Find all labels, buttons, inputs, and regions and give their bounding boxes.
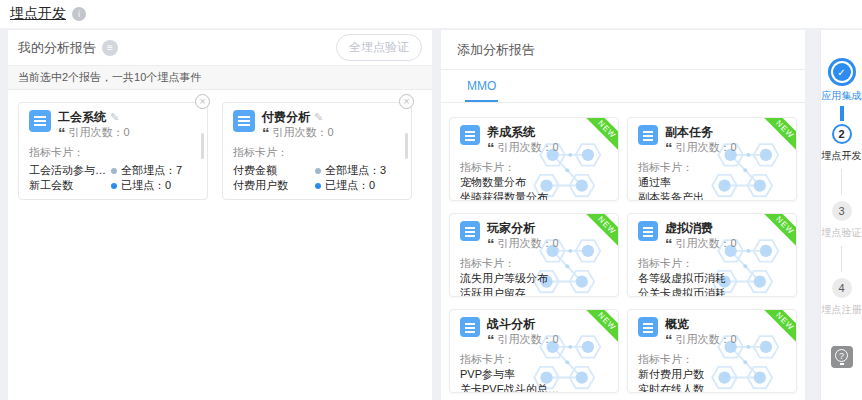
metric-name: 各等级虚拟币消耗: [638, 271, 786, 286]
metric-name: 宠物数量分布: [460, 175, 608, 190]
metric-cards-label: 指标卡片：: [638, 352, 786, 367]
reports-badge-icon: ≡: [102, 40, 118, 56]
step-connector: [841, 169, 842, 195]
total-points: 全部埋点：3: [325, 163, 386, 178]
metric-name: 新工会数: [29, 178, 111, 193]
metric-name: 付费金额: [233, 163, 315, 178]
page-title: 埋点开发: [10, 5, 66, 23]
check-icon: ✓: [837, 67, 845, 78]
ref-count: 引用次数：0: [498, 236, 559, 251]
card-scrollbar[interactable]: [201, 133, 204, 159]
metric-name: 流失用户等级分布: [460, 271, 608, 286]
done-points: 已埋点：0: [121, 178, 171, 193]
done-points: 已埋点：0: [325, 178, 375, 193]
quote-icon: “: [58, 128, 66, 138]
selected-report-card[interactable]: × 付费分析 ✎ “ 引用次数：0 指标卡片： 付费金额: [222, 102, 412, 200]
report-title: 副本任务: [665, 125, 713, 139]
ref-count: 引用次数：0: [676, 140, 737, 155]
library-report-card[interactable]: NEW 玩家分析 “引用次数：0: [449, 213, 619, 297]
my-reports-header: 我的分析报告 ≡ 全埋点验证: [8, 30, 432, 66]
metric-cards-label: 指标卡片：: [460, 352, 608, 367]
quote-icon: “: [665, 239, 673, 249]
metric-name: PVP参与率: [460, 367, 608, 382]
report-title: 付费分析: [262, 110, 310, 124]
report-doc-icon: [638, 317, 658, 337]
report-doc-icon: [460, 317, 480, 337]
edit-icon[interactable]: ✎: [314, 111, 323, 124]
card-head: 工会系统 ✎ “ 引用次数：0: [29, 110, 197, 140]
metric-name: 付费用户数: [233, 178, 315, 193]
metric-name: 活跃用户留存: [460, 286, 608, 297]
ref-count: 引用次数：0: [69, 125, 130, 140]
quote-icon: “: [487, 335, 495, 345]
top-bar: 埋点开发 i: [0, 0, 862, 28]
library-report-card[interactable]: NEW 虚拟消费 “引用次数：0: [627, 213, 797, 297]
metric-name: 关卡PVE战斗的总…: [460, 382, 608, 393]
report-doc-icon: [460, 125, 480, 145]
report-doc-icon: [638, 221, 658, 241]
total-points: 全部埋点：7: [121, 163, 182, 178]
ref-count: 引用次数：0: [273, 125, 334, 140]
selected-report-card[interactable]: × 工会系统 ✎ “ 引用次数：0 指标卡片： 工会活动参与次数: [18, 102, 208, 200]
library-report-card[interactable]: NEW 战斗分析 “引用次数：0: [449, 309, 619, 393]
step-4-point-registration[interactable]: 4: [832, 278, 852, 298]
metric-cards-label: 指标卡片：: [638, 160, 786, 175]
report-title: 玩家分析: [487, 221, 535, 235]
step-2-point-development[interactable]: 2: [832, 124, 852, 144]
help-bulb-icon: ?: [835, 349, 848, 362]
report-doc-icon: [460, 221, 480, 241]
metric-cards-label: 指标卡片：: [233, 145, 401, 160]
add-report-panel: 添加分析报告 MMO NEW: [441, 30, 805, 400]
ref-count: 引用次数：0: [676, 236, 737, 251]
step-connector: [841, 246, 842, 272]
metric-name: 工会活动参与次数: [29, 163, 111, 178]
edit-icon[interactable]: ✎: [110, 111, 119, 124]
step-3-label: 埋点验证: [822, 226, 862, 240]
help-button[interactable]: ?: [831, 346, 853, 368]
report-title: 工会系统: [58, 110, 106, 124]
report-doc-icon: [29, 110, 51, 132]
card-head: 付费分析 ✎ “ 引用次数：0: [233, 110, 401, 140]
metric-cards-label: 指标卡片：: [29, 145, 197, 160]
report-title: 虚拟消费: [665, 221, 713, 235]
add-report-title: 添加分析报告: [441, 30, 805, 70]
metric-cards-label: 指标卡片：: [638, 256, 786, 271]
metric-name: 通过率: [638, 175, 786, 190]
report-title: 养成系统: [487, 125, 535, 139]
metric-name: 坐骑获得数量分布: [460, 190, 608, 201]
quote-icon: “: [487, 143, 495, 153]
ref-count: 引用次数：0: [498, 332, 559, 347]
total-dot-icon: [315, 168, 321, 174]
report-title: 战斗分析: [487, 317, 535, 331]
close-icon[interactable]: ×: [399, 94, 414, 109]
tab-mmo[interactable]: MMO: [465, 70, 498, 102]
quote-icon: “: [487, 239, 495, 249]
my-reports-title: 我的分析报告: [18, 39, 96, 57]
library-report-card[interactable]: NEW 副本任务 “引用次数：0: [627, 117, 797, 201]
report-doc-icon: [233, 110, 255, 132]
step-1-app-integration[interactable]: ✓: [833, 63, 851, 81]
verify-all-points-button[interactable]: 全埋点验证: [336, 34, 422, 61]
tab-bar: MMO: [441, 70, 805, 103]
card-scrollbar[interactable]: [405, 133, 408, 159]
metric-name: 副本装备产出: [638, 190, 786, 201]
total-dot-icon: [111, 168, 117, 174]
step-3-point-verification[interactable]: 3: [832, 201, 852, 221]
stepper-sidebar: ✓ 应用集成 2 埋点开发 3 埋点验证 4 埋点注册 ?: [820, 30, 862, 400]
report-library-grid: NEW 养成系统 “引用次数：0: [441, 103, 805, 400]
step-4-label: 埋点注册: [822, 303, 862, 317]
report-doc-icon: [638, 125, 658, 145]
library-report-card[interactable]: NEW 概览 “引用次数：0: [627, 309, 797, 393]
selection-summary: 当前选中2个报告，一共10个埋点事件: [8, 66, 432, 90]
library-report-card[interactable]: NEW 养成系统 “引用次数：0: [449, 117, 619, 201]
info-icon[interactable]: i: [72, 7, 86, 21]
step-1-label: 应用集成: [822, 89, 862, 103]
close-icon[interactable]: ×: [195, 94, 210, 109]
metric-name: 实时在线人数: [638, 382, 786, 393]
quote-icon: “: [262, 128, 270, 138]
ref-count: 引用次数：0: [498, 140, 559, 155]
metric-name: 分关卡虚拟币消耗: [638, 286, 786, 297]
done-dot-icon: [315, 183, 321, 189]
selected-reports-list: × 工会系统 ✎ “ 引用次数：0 指标卡片： 工会活动参与次数: [8, 90, 432, 212]
metric-cards-label: 指标卡片：: [460, 256, 608, 271]
